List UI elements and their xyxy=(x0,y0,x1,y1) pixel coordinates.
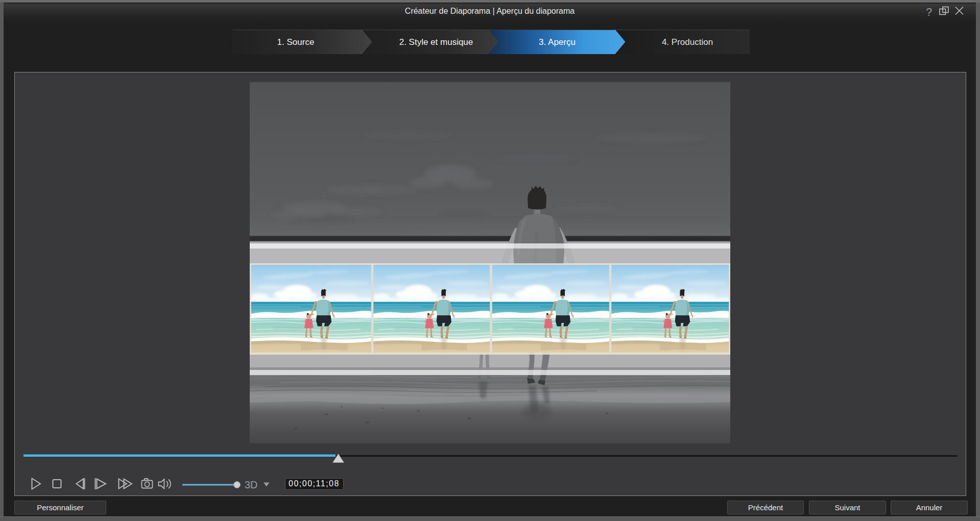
svg-text:1. Source: 1. Source xyxy=(277,37,315,47)
svg-text:?: ? xyxy=(926,6,932,18)
svg-text:2. Style et musique: 2. Style et musique xyxy=(399,37,473,47)
svg-text:4. Production: 4. Production xyxy=(662,37,713,47)
svg-text:00;00;11;08: 00;00;11;08 xyxy=(289,479,340,488)
svg-text:3D: 3D xyxy=(245,479,258,490)
svg-text:3. Aperçu: 3. Aperçu xyxy=(539,37,576,47)
